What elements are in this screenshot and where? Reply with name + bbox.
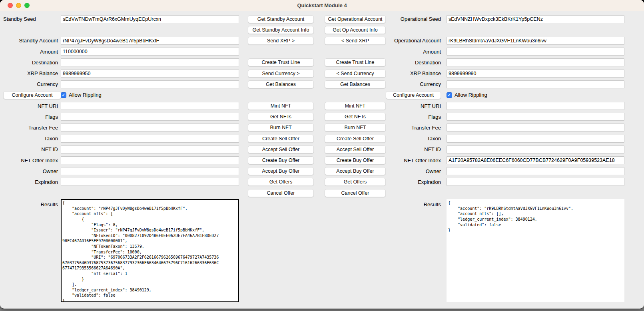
row-transfer-fee: Transfer Fee Burn NFT Burn NFT Transfer … [0,122,644,133]
operational-create-buy-offer-button[interactable]: Create Buy Offer [325,156,386,164]
operational-destination-label: Destination [386,60,444,66]
standby-seed-input[interactable] [61,15,239,23]
row-results: Results { "account": "rNP47gJFvDyW8gsDo4… [0,199,644,302]
standby-accept-sell-offer-button[interactable]: Accept Sell Offer [248,146,314,154]
standby-transfer-fee-input[interactable] [61,124,239,132]
standby-account-input[interactable] [61,37,239,45]
operational-create-sell-offer-button[interactable]: Create Sell Offer [325,135,386,143]
operational-expiration-input[interactable] [447,178,624,186]
row-owner: Owner Accept Buy Offer Accept Buy Offer … [0,166,644,177]
operational-configure-account-button[interactable]: Configure Account [386,91,441,99]
standby-get-account-info-button[interactable]: Get Standby Account Info [248,26,314,34]
standby-flags-input[interactable] [61,113,239,121]
operational-taxon-label: Taxon [386,136,444,142]
standby-get-account-button[interactable]: Get Standby Account [248,15,314,23]
standby-create-sell-offer-button[interactable]: Create Sell Offer [248,135,314,143]
operational-owner-input[interactable] [447,167,624,175]
operational-xrp-balance-input[interactable] [447,70,624,78]
standby-nft-id-input[interactable] [61,146,239,154]
operational-get-account-button[interactable]: Get Operational Account [325,15,386,23]
standby-destination-input[interactable] [61,58,239,66]
operational-nft-uri-input[interactable] [447,102,624,110]
standby-taxon-label: Taxon [0,136,59,142]
row-account: Standby Account Send XRP > < Send XRP Op… [0,35,644,46]
row-destination: Destination Create Trust Line Create Tru… [0,57,644,68]
standby-xrp-balance-input[interactable] [61,70,239,78]
row-cancel-offer: Cancel Offer Cancel Offer [0,187,644,198]
operational-nft-offer-index-input[interactable] [447,156,624,164]
standby-get-balances-button[interactable]: Get Balances [248,80,314,88]
standby-nft-offer-index-label: NFT Offer Index [0,157,59,163]
operational-taxon-input[interactable] [447,135,624,143]
standby-owner-input[interactable] [61,167,239,175]
standby-burn-nft-button[interactable]: Burn NFT [248,124,314,132]
operational-transfer-fee-input[interactable] [447,124,624,132]
operational-flags-input[interactable] [447,113,624,121]
standby-expiration-label: Expiration [0,179,59,185]
standby-nft-uri-input[interactable] [61,102,239,110]
standby-amount-input[interactable] [61,48,239,56]
standby-taxon-input[interactable] [61,135,239,143]
operational-burn-nft-button[interactable]: Burn NFT [325,124,386,132]
operational-mint-nft-button[interactable]: Mint NFT [325,102,386,110]
operational-currency-input[interactable] [447,80,624,88]
operational-get-balances-button[interactable]: Get Balances [325,80,386,88]
operational-destination-input[interactable] [447,58,624,66]
row-configure-account: Configure Account Allow Rippling Configu… [0,90,644,100]
standby-mint-nft-button[interactable]: Mint NFT [248,102,314,110]
row-nft-offer-index: NFT Offer Index Create Buy Offer Create … [0,155,644,165]
operational-allow-rippling-checkbox[interactable] [447,92,452,98]
row-seed: Standby Seed Get Standby Account Get Ope… [0,14,644,24]
standby-send-currency-button[interactable]: Send Currency > [248,70,314,78]
operational-nft-offer-index-label: NFT Offer Index [386,157,444,163]
operational-xrp-balance-label: XRP Balance [386,70,444,76]
standby-cancel-offer-button[interactable]: Cancel Offer [248,189,314,197]
operational-seed-input[interactable] [447,15,624,23]
standby-currency-input[interactable] [61,80,239,88]
operational-send-currency-button[interactable]: < Send Currency [325,70,386,78]
standby-seed-label: Standby Seed [0,16,59,22]
window-title: Quickstart Module 4 [0,2,644,8]
operational-nft-id-label: NFT ID [386,146,444,152]
standby-currency-label: Currency [0,81,59,87]
standby-expiration-input[interactable] [61,178,239,186]
operational-account-label: Operational Account [386,38,444,44]
operational-accept-buy-offer-button[interactable]: Accept Buy Offer [325,167,386,175]
standby-results-label: Results [0,199,59,207]
operational-create-trust-line-button[interactable]: Create Trust Line [325,58,386,66]
standby-get-nfts-button[interactable]: Get NFTs [248,113,314,121]
standby-configure-account-button[interactable]: Configure Account [3,91,61,99]
standby-flags-label: Flags [0,114,59,120]
row-currency: Currency Get Balances Get Balances Curre… [0,79,644,90]
standby-allow-rippling-checkbox[interactable] [61,92,66,98]
standby-results-text[interactable]: { "account": "rNP47gJFvDyW8gsDo4weB17if5… [61,199,239,302]
operational-cancel-offer-button[interactable]: Cancel Offer [325,189,386,197]
standby-accept-buy-offer-button[interactable]: Accept Buy Offer [248,167,314,175]
operational-flags-label: Flags [386,114,444,120]
standby-get-offers-button[interactable]: Get Offers [248,178,314,186]
operational-account-input[interactable] [447,37,624,45]
row-xrp-balance: XRP Balance Send Currency > < Send Curre… [0,68,644,79]
standby-create-buy-offer-button[interactable]: Create Buy Offer [248,156,314,164]
operational-currency-label: Currency [386,81,444,87]
standby-account-label: Standby Account [0,38,59,44]
standby-nft-id-label: NFT ID [0,146,59,152]
operational-nft-id-input[interactable] [447,146,624,154]
standby-xrp-balance-label: XRP Balance [0,70,59,76]
operational-amount-input[interactable] [447,48,624,56]
operational-results-text[interactable]: { "account": "rK9LBRhStdmtAaVdJXGVF1LnKW… [447,199,624,302]
row-account-info: Get Standby Account Info Get Op Account … [0,24,644,35]
standby-send-xrp-button[interactable]: Send XRP > [248,37,314,45]
operational-send-xrp-button[interactable]: < Send XRP [325,37,386,45]
standby-destination-label: Destination [0,60,59,66]
main-content: Standby Seed Get Standby Account Get Ope… [0,11,644,302]
row-amount: Amount Amount [0,46,644,57]
operational-get-account-info-button[interactable]: Get Op Account Info [325,26,386,34]
standby-allow-rippling-label: Allow Rippling [69,92,102,98]
operational-allow-rippling-label: Allow Rippling [455,92,487,98]
standby-nft-offer-index-input[interactable] [61,156,239,164]
operational-accept-sell-offer-button[interactable]: Accept Sell Offer [325,146,386,154]
operational-get-nfts-button[interactable]: Get NFTs [325,113,386,121]
standby-create-trust-line-button[interactable]: Create Trust Line [248,58,314,66]
operational-get-offers-button[interactable]: Get Offers [325,178,386,186]
